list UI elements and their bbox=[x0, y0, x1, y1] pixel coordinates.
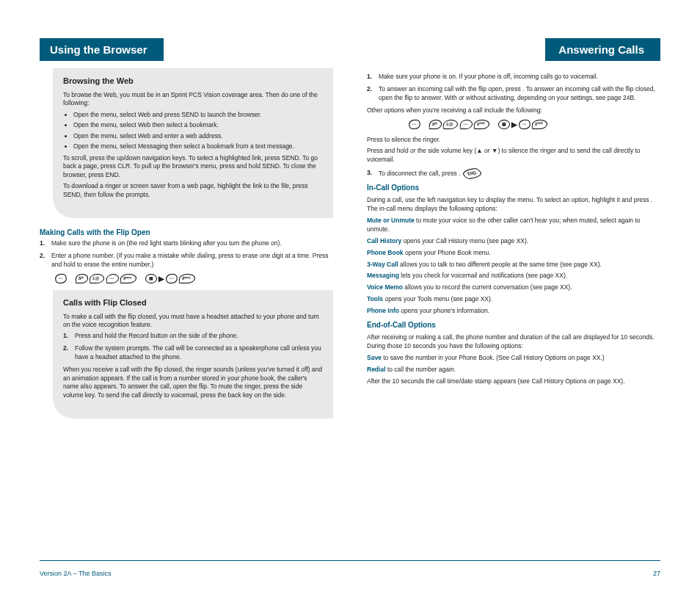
subhead-flip-open: Making Calls with the Flip Open bbox=[40, 228, 333, 236]
opt-label: Voice Memo bbox=[367, 283, 403, 291]
opt-label: 3-Way Call bbox=[367, 261, 398, 268]
opt-label: Tools bbox=[367, 295, 383, 302]
step-text: Make sure the phone is on (the red light… bbox=[51, 239, 333, 248]
key-group-button: ⋯ bbox=[408, 120, 421, 129]
step-num: 3. bbox=[367, 169, 376, 178]
callout-p1: To browse the Web, you must be in an Spr… bbox=[63, 91, 323, 108]
key-0-icon: 0ᴼᴾᴱ bbox=[473, 120, 490, 129]
callout-p2: To scroll, press the up/down navigation … bbox=[63, 154, 323, 179]
key-5-icon: 5ᴶᴷ bbox=[75, 274, 89, 283]
eoc-after: After the 10 seconds the call time/date … bbox=[367, 377, 660, 386]
section-header-left: Using the Browser bbox=[40, 38, 164, 61]
key-group-button: ⋯ bbox=[54, 274, 68, 283]
step-num: 1. bbox=[367, 73, 376, 81]
footer-left: Version 2A – The Basics bbox=[40, 570, 111, 577]
option-silence: Press to silence the ringer. bbox=[367, 136, 660, 145]
opt-desc: to call the number again. bbox=[387, 366, 456, 373]
key-9-icon: 9ʷˣʸ bbox=[120, 274, 137, 283]
key-more-icon: ⋯ bbox=[459, 120, 473, 129]
opt-label: Redial bbox=[367, 366, 386, 373]
opt-label: Messaging bbox=[367, 272, 399, 279]
step-num: 2. bbox=[40, 252, 48, 261]
end-key-icon: END bbox=[462, 168, 483, 180]
callout-box-flip-closed: Calls with Flip Closed To make a call wi… bbox=[53, 290, 333, 419]
key-group-number: 5ᴶᴷ 1@ ⋯ 0ᴼᴾᴱ bbox=[429, 120, 490, 129]
callout-li: Open the menu, select Web and enter a we… bbox=[73, 132, 323, 140]
step-num: 1. bbox=[40, 239, 48, 248]
opt-desc: allows you to talk to two different peop… bbox=[400, 261, 602, 268]
callout2-title: Calls with Flip Closed bbox=[63, 297, 323, 308]
opt-desc: opens your Call History menu (see page X… bbox=[404, 237, 529, 244]
end-call-text: To disconnect the call, press . bbox=[379, 170, 461, 177]
opt-label: Phone Book bbox=[367, 249, 404, 256]
eoc-intro: After receiving or making a call, the ph… bbox=[367, 333, 660, 351]
footer-page-number: 27 bbox=[653, 570, 660, 577]
opt-desc: opens your phone's information. bbox=[401, 307, 489, 314]
opt-desc: lets you check for voicemail and notific… bbox=[401, 272, 567, 279]
key-group-number: 5ᴶᴷ 1@ ⋯ 9ʷˣʸ bbox=[75, 274, 137, 283]
key-9b-icon: 9ʷˣʸ bbox=[178, 274, 196, 283]
callout2-p1: To make a call with the flip closed, you… bbox=[63, 313, 323, 330]
send-key-icon: ⋯ bbox=[408, 120, 422, 129]
step-text: To disconnect the call, press . END bbox=[379, 169, 660, 178]
option-voicemail: Press and hold or the side volume key (▲… bbox=[367, 147, 660, 164]
key-more-icon: ⋯ bbox=[106, 274, 120, 283]
callout2-p2: When you receive a call with the flip cl… bbox=[63, 366, 323, 399]
subhead-end-call: End-of-Call Options bbox=[367, 320, 660, 330]
callout-li: Open the menu, select Web then select a … bbox=[73, 121, 323, 129]
arrow-icon: ▶ bbox=[511, 120, 517, 130]
key-group-nav: ▦ ▶ ⋯ 0ᴼᴾᴱ bbox=[497, 120, 548, 130]
send-key-icon: ⋯ bbox=[54, 274, 68, 283]
opt-desc: opens your Phone Book menu. bbox=[405, 249, 491, 256]
step-text: Follow the system prompts. The call will… bbox=[75, 344, 323, 362]
section-header-right: Answering Calls bbox=[545, 38, 660, 61]
key-group-nav: ▦ ▶ ⋯ 9ʷˣʸ bbox=[145, 274, 196, 284]
other-options-note: Other options when you're receiving a ca… bbox=[367, 106, 660, 115]
step-text: Enter a phone number. (If you make a mis… bbox=[51, 252, 333, 269]
callout-title: Browsing the Web bbox=[63, 76, 323, 87]
in-call-intro: During a call, use the left navigation k… bbox=[367, 196, 660, 214]
subhead-in-call: In-Call Options bbox=[367, 183, 660, 193]
step-num: 2. bbox=[367, 85, 376, 94]
step-num: 2. bbox=[63, 344, 72, 352]
key-1-icon: 1@ bbox=[90, 274, 106, 283]
arrow-icon: ▶ bbox=[158, 274, 164, 284]
callout-li: Open the menu, select Messaging then sel… bbox=[73, 142, 323, 151]
opt-desc: opens your Tools menu (see page XX). bbox=[384, 295, 492, 302]
step-text: Make sure your phone is on. If your phon… bbox=[379, 73, 660, 81]
key-1-icon: 1@ bbox=[443, 120, 459, 129]
opt-label: Save bbox=[367, 354, 382, 361]
step-text: Press and hold the Record button on the … bbox=[75, 332, 323, 341]
opt-label: Phone Info bbox=[367, 307, 399, 314]
browser-key-icon: ▦ bbox=[498, 120, 510, 129]
callout-li: Open the menu, select Web and press SEND… bbox=[73, 111, 323, 119]
opt-label: Call History bbox=[367, 237, 401, 244]
softkey-icon: ⋯ bbox=[164, 274, 178, 283]
opt-label: Mute or Unmute bbox=[367, 217, 415, 224]
callout-p3: To download a ringer or screen saver fro… bbox=[63, 182, 323, 199]
step-text: To answer an incoming call with the flip… bbox=[379, 85, 660, 103]
footer-rule bbox=[40, 560, 660, 561]
softkey-icon: ⋯ bbox=[517, 120, 531, 129]
opt-desc: allows you to record the current convers… bbox=[404, 283, 572, 291]
callout-box-browsing: Browsing the Web To browse the Web, you … bbox=[53, 68, 333, 218]
browser-key-icon: ▦ bbox=[145, 274, 157, 283]
key-0b-icon: 0ᴼᴾᴱ bbox=[531, 120, 548, 129]
opt-desc: to save the number in your Phone Book. (… bbox=[383, 354, 604, 361]
key-5-icon: 5ᴶᴷ bbox=[429, 120, 442, 129]
step-num: 1. bbox=[63, 332, 72, 340]
